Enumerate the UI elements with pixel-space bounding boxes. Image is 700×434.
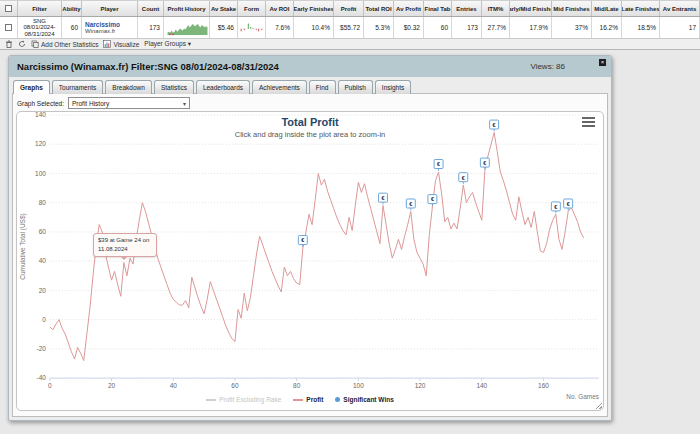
svg-text:-40: -40 [37,374,47,381]
legend-item-significant-wins[interactable]: Significant Wins [335,396,394,403]
row-checkbox[interactable] [0,17,18,38]
column-header-late-finishes[interactable]: Late Finishes [622,1,660,16]
player-site: Winamax.fr [85,28,115,34]
close-icon[interactable]: × [599,59,606,66]
column-header-player[interactable]: Player [82,1,138,16]
tab-statistics[interactable]: Statistics [154,80,194,94]
column-header-total-roi[interactable]: Total ROI [364,1,394,16]
table-toolbar: Add Other Statistics Visualize Player Gr… [0,39,700,50]
column-header-mid-late[interactable]: Mid/Late [592,1,622,16]
column-header-av-entrants[interactable]: Av Entrants [660,1,700,16]
svg-text:120: 120 [35,140,46,147]
select-all-checkbox[interactable] [0,1,18,16]
svg-text:40: 40 [39,257,47,264]
cell-profit-history-sparkline [164,17,210,38]
legend-label: Profit Excluding Rake [219,396,281,403]
tab-graphs[interactable]: Graphs [13,80,50,94]
column-header-av-roi[interactable]: Av ROI [266,1,294,16]
cell-av-profit: $0.32 [394,17,424,38]
profit-chart[interactable]: Total Profit Click and drag inside the p… [16,111,604,411]
tab-tournaments[interactable]: Tournaments [52,80,104,94]
add-statistics-label: Add Other Statistics [41,41,98,48]
cell-av-entrants: 17 [660,17,700,38]
player-groups-label: Player Groups ▾ [144,40,191,48]
column-header-early-mid-finishes[interactable]: Early/Mid Finishes [510,1,552,16]
column-header-av-profit[interactable]: Av Profit [394,1,424,16]
cell-early-finishes: 10.4% [294,17,334,38]
column-header-filter[interactable]: Filter [18,1,62,16]
table-header-row: FilterAbilityPlayerCountProfit HistoryAv… [0,0,700,17]
visualize-button[interactable]: Visualize [103,40,139,48]
profit-history-sparkline [166,20,208,36]
svg-text:€: € [431,196,434,202]
tab-achievements[interactable]: Achievements [252,80,307,94]
column-header-itm-[interactable]: ITM% [482,1,510,16]
column-header-entries[interactable]: Entries [452,1,482,16]
column-header-ability[interactable]: Ability [62,1,82,16]
legend-item-profit-excluding-rake[interactable]: Profit Excluding Rake [206,396,281,403]
cell-final-tab: 60 [424,17,452,38]
panel-tabs: GraphsTournamentsBreakdownStatisticsLead… [13,77,411,94]
table-row: SNG 08/01/2024- 08/31/202460NarcissimoWi… [0,17,700,39]
panel-content: Graph Selected: Profit History ▾ Total P… [12,93,608,417]
svg-text:€: € [483,160,486,166]
svg-text:€: € [409,201,412,207]
svg-text:20: 20 [39,287,47,294]
svg-text:0: 0 [42,316,46,323]
cell-ability: 60 [62,17,82,38]
svg-text:140: 140 [476,382,487,389]
svg-text:160: 160 [538,382,549,389]
tab-breakdown[interactable]: Breakdown [105,80,152,94]
legend-item-profit[interactable]: Profit [293,396,323,403]
svg-text:€: € [567,201,570,207]
tooltip-line2: 11.08.2024 [98,245,152,254]
graph-select[interactable]: Profit History ▾ [68,97,190,109]
column-header-early-finishes[interactable]: Early Finishes [294,1,334,16]
cell-av-roi: 7.6% [266,17,294,38]
chart-canvas[interactable]: -40-200204060801001201400204060801001201… [17,112,603,410]
copy-icon [31,40,39,48]
player-link[interactable]: Narcissimo [85,21,120,28]
cell-total-roi: 5.3% [364,17,394,38]
column-header-av-stake[interactable]: Av Stake [210,1,238,16]
column-header-mid-finishes[interactable]: Mid Finishes [552,1,592,16]
svg-text:100: 100 [353,382,364,389]
trash-icon[interactable] [5,40,13,48]
legend-label: Significant Wins [343,396,394,403]
significant-wins-dot-icon [335,397,340,402]
svg-text:€: € [493,122,496,128]
tab-publish[interactable]: Publish [338,80,373,94]
column-header-final-tab[interactable]: Final Tab [424,1,452,16]
add-statistics-button[interactable]: Add Other Statistics [31,40,98,48]
legend-label: Profit [306,396,323,403]
cell-itm: 27.7% [482,17,510,38]
graph-selector-row: Graph Selected: Profit History ▾ [17,97,190,109]
tab-leaderboards[interactable]: Leaderboards [196,80,250,94]
chart-icon [103,40,111,48]
cell-form-sparkline [238,17,266,38]
results-table: FilterAbilityPlayerCountProfit HistoryAv… [0,0,700,50]
cell-entries: 173 [452,17,482,38]
cell-profit: $55.72 [334,17,364,38]
cell-count: 173 [138,17,164,38]
chart-menu-icon[interactable] [582,117,595,127]
column-header-profit-history[interactable]: Profit History [164,1,210,16]
player-groups-dropdown[interactable]: Player Groups ▾ [144,40,191,48]
tab-insights[interactable]: Insights [375,80,411,94]
svg-text:€: € [437,161,440,167]
graph-select-value: Profit History [72,100,109,107]
tab-find[interactable]: Find [309,80,336,94]
column-header-count[interactable]: Count [138,1,164,16]
panel-header: Narcissimo (Winamax.fr) Filter:SNG 08/01… [9,56,611,77]
column-header-profit[interactable]: Profit [334,1,364,16]
svg-text:€: € [554,204,557,210]
svg-text:120: 120 [415,382,426,389]
svg-text:80: 80 [39,199,47,206]
svg-text:60: 60 [39,228,47,235]
refresh-icon[interactable] [18,40,26,48]
svg-text:No. Games: No. Games [566,393,599,400]
visualize-label: Visualize [113,41,139,48]
svg-text:140: 140 [35,112,46,118]
cell-late-finishes: 18.5% [622,17,660,38]
column-header-form[interactable]: Form [238,1,266,16]
